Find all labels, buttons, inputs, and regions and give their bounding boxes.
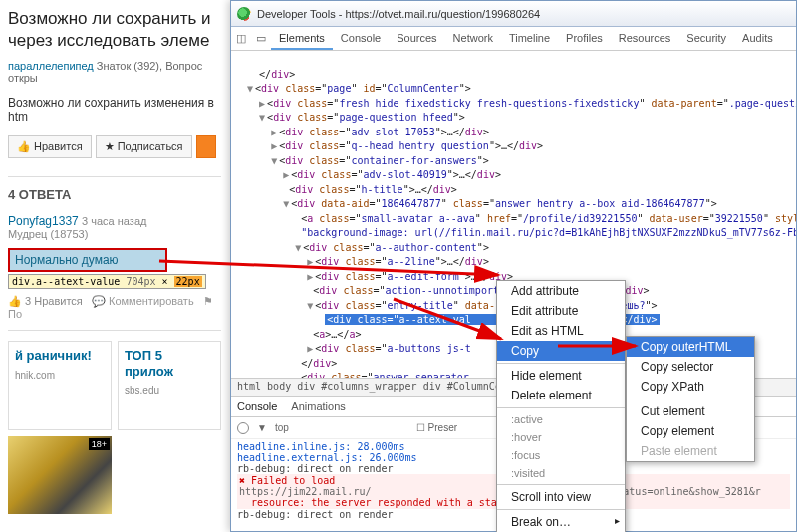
answer-like[interactable]: 3 Нравится [25,295,83,307]
author-link[interactable]: параллелепипед [8,60,94,72]
ctx-copy-outerhtml[interactable]: Copy outerHTML [627,337,754,357]
devtools-titlebar[interactable]: Developer Tools - https://otvet.mail.ru/… [231,1,796,27]
card-title: й раничник! [15,348,105,364]
tab-sources[interactable]: Sources [389,27,444,50]
answer-author[interactable]: Ponyfag1337 [8,214,79,228]
ctx-active[interactable]: :active [497,410,625,428]
ctx-cut[interactable]: Cut element [627,401,754,421]
card-domain: sbs.edu [125,385,214,396]
tab-timeline[interactable]: Timeline [501,27,558,50]
separator [497,407,625,408]
answer-text-highlighted[interactable]: Нормально думаю [8,248,167,272]
context-selector[interactable]: top [275,422,289,433]
tab-security[interactable]: Security [678,27,734,50]
tab-network[interactable]: Network [445,27,501,50]
ctx-hover[interactable]: :hover [497,428,625,446]
inspect-icon[interactable]: ◫ [231,27,251,50]
tab-audits[interactable]: Audits [734,27,781,50]
tab-elements[interactable]: Elements [271,27,333,50]
answer-actions: 👍 3 Нравится 💬 Комментировать ⚑ По [8,295,221,320]
answer-time: 3 часа назад [82,215,146,227]
drawer-tab-console[interactable]: Console [237,400,277,412]
ctx-focus[interactable]: :focus [497,446,625,464]
separator [497,484,625,485]
answer-block: Ponyfag1337 3 часа назад Мудрец (18753) … [8,214,221,320]
ctx-add-attribute[interactable]: Add attribute [497,281,625,301]
separator [627,399,754,399]
card-domain: hnik.com [15,370,105,381]
ctx-scroll[interactable]: Scroll into view [497,487,625,507]
chrome-icon [237,7,251,21]
ctx-copy-element[interactable]: Copy element [627,421,754,441]
card-title: ТОП 5 прилож [125,348,214,379]
promo-card[interactable]: ТОП 5 прилож sbs.edu [118,341,221,430]
tab-resources[interactable]: Resources [611,27,679,50]
drawer-tab-animations[interactable]: Animations [291,400,345,412]
ctx-visited[interactable]: :visited [497,464,625,482]
ctx-hide[interactable]: Hide element [497,366,625,386]
promo-card[interactable]: й раничник! hnik.com [8,341,112,430]
promo-thumbnail[interactable]: 18+ [8,436,112,514]
context-submenu: Copy outerHTML Copy selector Copy XPath … [626,336,755,462]
answer-rank: Мудрец (18753) [8,228,221,240]
age-badge: 18+ [89,438,110,450]
ctx-edit-attribute[interactable]: Edit attribute [497,301,625,321]
page-content: Возможно ли сохранить и через исследоват… [0,0,229,532]
question-meta: параллелепипед Знаток (392), Вопрос откр… [8,60,221,84]
separator [497,363,625,364]
orange-button[interactable] [196,135,216,158]
question-title: Возможно ли сохранить и через исследоват… [8,8,221,52]
promo-cards: й раничник! hnik.com ТОП 5 прилож sbs.ed… [8,341,221,430]
answer-comment[interactable]: Комментировать [109,295,194,307]
ctx-delete[interactable]: Delete element [497,386,625,405]
clear-icon[interactable] [237,422,249,434]
like-button[interactable]: 👍 Нравится [8,135,92,158]
tab-console[interactable]: Console [333,27,389,50]
ctx-copy-selector[interactable]: Copy selector [627,357,754,377]
subscribe-button[interactable]: ★ Подписаться [96,135,192,158]
devtools-tabs: ◫ ▭ Elements Console Sources Network Tim… [231,27,796,51]
ctx-break[interactable]: Break on… [497,512,625,532]
preserve-log[interactable]: Preser [428,422,457,433]
divider [8,330,221,331]
ctx-paste: Paste element [627,441,754,461]
context-menu: Add attribute Edit attribute Edit as HTM… [496,280,626,532]
ctx-edit-html[interactable]: Edit as HTML [497,321,625,341]
question-body: Возможно ли сохранить изменения в htm [8,96,221,124]
ctx-copy[interactable]: Copy [497,341,625,361]
inspect-tooltip: div.a--atext-value 704px × 22px [8,274,206,289]
window-title: Developer Tools - https://otvet.mail.ru/… [257,8,540,20]
promo-thumb-row: 18+ [8,436,221,514]
device-icon[interactable]: ▭ [251,27,271,50]
ctx-copy-xpath[interactable]: Copy XPath [627,377,754,397]
answer-complain[interactable]: По [8,308,22,320]
tab-profiles[interactable]: Profiles [558,27,611,50]
filter-icon[interactable]: ▼ [257,422,267,433]
answers-header: 4 ОТВЕТА [8,176,221,202]
separator [497,509,625,510]
action-row: 👍 Нравится ★ Подписаться [8,135,221,158]
